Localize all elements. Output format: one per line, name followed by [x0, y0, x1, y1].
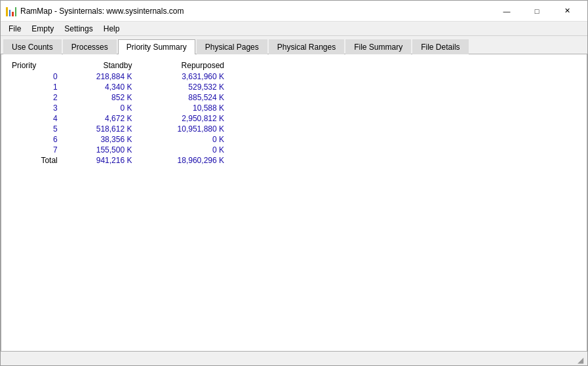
tab-bar: Use Counts Processes Priority Summary Ph…	[1, 36, 587, 54]
title-bar: RamMap - Sysinternals: www.sysinternals.…	[1, 1, 587, 22]
maximize-button[interactable]: □	[522, 1, 552, 22]
cell-priority: 7	[7, 145, 63, 155]
menu-bar: File Empty Settings Help	[1, 22, 587, 36]
cell-standby: 0 K	[63, 103, 138, 113]
cell-repurposed: 10,588 K	[137, 103, 229, 113]
cell-priority: 5	[7, 124, 63, 134]
cell-repurposed: 3,631,960 K	[137, 71, 229, 82]
cell-total-standby: 941,216 K	[63, 155, 138, 166]
minimize-button[interactable]: —	[492, 1, 522, 22]
cell-standby: 38,356 K	[63, 134, 138, 145]
app-icon	[6, 6, 16, 16]
cell-priority: 2	[7, 92, 63, 103]
cell-repurposed: 10,951,880 K	[137, 124, 229, 134]
table-row: 5518,612 K10,951,880 K	[7, 124, 229, 134]
resize-handle[interactable]: ◢	[578, 356, 587, 365]
col-header-priority: Priority	[7, 60, 63, 71]
table-row: 0218,884 K3,631,960 K	[7, 71, 229, 82]
cell-repurposed: 885,524 K	[137, 92, 229, 103]
tab-file-details[interactable]: File Details	[412, 39, 468, 54]
cell-standby: 4,672 K	[63, 113, 138, 124]
close-button[interactable]: ✕	[552, 1, 582, 22]
tab-physical-ranges[interactable]: Physical Ranges	[269, 39, 344, 54]
table-row: 2852 K885,524 K	[7, 92, 229, 103]
cell-repurposed: 0 K	[137, 134, 229, 145]
cell-standby: 852 K	[63, 92, 138, 103]
col-header-repurposed: Repurposed	[137, 60, 229, 71]
menu-empty[interactable]: Empty	[26, 23, 59, 35]
tab-use-counts[interactable]: Use Counts	[3, 39, 62, 54]
cell-standby: 518,612 K	[63, 124, 138, 134]
window-frame: RamMap - Sysinternals: www.sysinternals.…	[0, 0, 588, 366]
menu-settings[interactable]: Settings	[59, 23, 98, 35]
priority-table: Priority Standby Repurposed 0218,884 K3,…	[7, 60, 229, 166]
cell-repurposed: 529,532 K	[137, 82, 229, 92]
table-row: 14,340 K529,532 K	[7, 82, 229, 92]
cell-priority: 1	[7, 82, 63, 92]
cell-priority: 6	[7, 134, 63, 145]
table-row: 30 K10,588 K	[7, 103, 229, 113]
cell-standby: 155,500 K	[63, 145, 138, 155]
tab-physical-pages[interactable]: Physical Pages	[197, 39, 267, 54]
cell-total-repurposed: 18,960,296 K	[137, 155, 229, 166]
content-area: Priority Standby Repurposed 0218,884 K3,…	[1, 54, 587, 352]
tab-priority-summary[interactable]: Priority Summary	[118, 39, 195, 54]
cell-priority: 4	[7, 113, 63, 124]
cell-priority: 3	[7, 103, 63, 113]
cell-total-label: Total	[7, 155, 63, 166]
menu-file[interactable]: File	[3, 23, 26, 35]
window-controls: — □ ✕	[492, 1, 582, 22]
table-row: 44,672 K2,950,812 K	[7, 113, 229, 124]
col-header-standby: Standby	[63, 60, 138, 71]
menu-help[interactable]: Help	[98, 23, 125, 35]
cell-standby: 218,884 K	[63, 71, 138, 82]
tab-file-summary[interactable]: File Summary	[345, 39, 411, 54]
cell-priority: 0	[7, 71, 63, 82]
table-row: 638,356 K0 K	[7, 134, 229, 145]
table-row: 7155,500 K0 K	[7, 145, 229, 155]
window-title: RamMap - Sysinternals: www.sysinternals.…	[20, 7, 492, 16]
table-row-total: Total941,216 K18,960,296 K	[7, 155, 229, 166]
cell-repurposed: 0 K	[137, 145, 229, 155]
cell-standby: 4,340 K	[63, 82, 138, 92]
tab-processes[interactable]: Processes	[63, 39, 117, 54]
cell-repurposed: 2,950,812 K	[137, 113, 229, 124]
